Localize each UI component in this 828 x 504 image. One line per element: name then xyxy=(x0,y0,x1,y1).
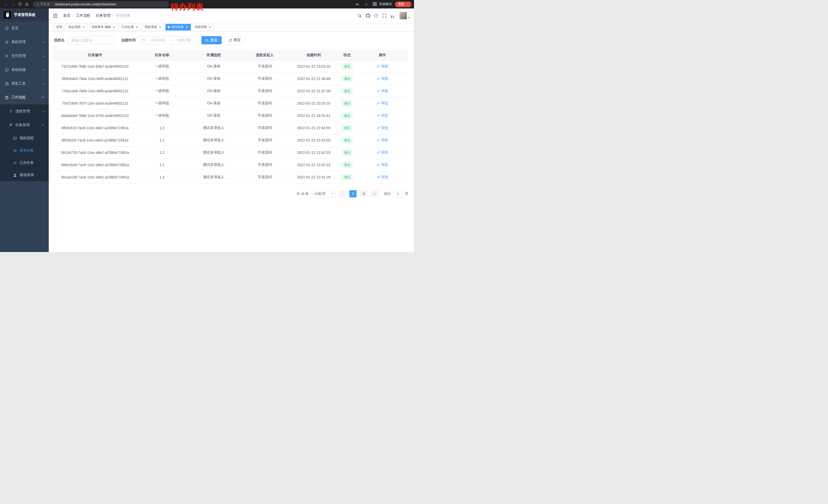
cell-created: 2022-01-21 22:41:29 xyxy=(290,171,337,183)
approve-link[interactable]: 审批 xyxy=(377,89,388,93)
page-button-1[interactable]: 1 xyxy=(349,190,357,197)
font-size-icon[interactable]: TT xyxy=(389,12,396,19)
github-icon[interactable] xyxy=(365,12,371,19)
sidebar-item-done-tasks[interactable]: 已办任务 xyxy=(0,156,49,169)
cell-created: 2022-01-22 20:33:10 xyxy=(290,97,337,109)
close-icon[interactable]: × xyxy=(112,26,116,29)
cell-task-id: 725a1eb6-7b88-11ec-8ef0-acde48001122 xyxy=(54,85,136,97)
page-button-2[interactable]: 2 xyxy=(360,190,367,197)
end-date-placeholder: 结束日期 xyxy=(174,38,195,43)
sidebar-item-todo-tasks[interactable]: 待办任务 xyxy=(0,144,49,156)
cell-created: 2022-01-21 22:42:23 xyxy=(290,146,337,159)
caret-down-icon xyxy=(408,17,410,18)
cell-initiator: 芋道源码 xyxy=(240,134,290,146)
cell-task-id: 8f0d1619-7ac8-11ec-a9e2-a2380e71991a xyxy=(54,122,136,134)
process-name-input[interactable] xyxy=(68,36,115,44)
sidebar-item-home[interactable]: 首页 xyxy=(0,21,49,35)
password-key-icon[interactable] xyxy=(355,2,360,7)
browser-refresh-icon[interactable] xyxy=(16,1,23,8)
tab-form-edit[interactable]: 流程表单-编辑 × xyxy=(89,24,118,31)
tab-start-process[interactable]: 发起流程 × xyxy=(66,24,88,31)
breadcrumb-workflow[interactable]: 工作流程 xyxy=(76,13,90,18)
close-icon[interactable]: × xyxy=(82,26,85,29)
approve-link[interactable]: 审批 xyxy=(377,64,388,69)
chevron-down-icon xyxy=(42,41,45,43)
tab-process-detail[interactable]: 流程详情 × xyxy=(192,24,214,31)
approve-link[interactable]: 审批 xyxy=(377,101,388,106)
app-logo[interactable]: 芋道管理系统 xyxy=(0,8,49,21)
approve-label: 审批 xyxy=(381,175,388,179)
chevron-down-icon xyxy=(42,68,45,71)
breadcrumb-task-mgmt[interactable]: 任务管理 xyxy=(96,13,110,18)
cell-task-id: a6aba0a4-7b6d-11ec-b781-acde48001122 xyxy=(54,109,136,122)
cell-task-name: 一级审批 xyxy=(136,60,188,73)
sidebar-item-task-mgmt[interactable]: 任务管理 xyxy=(0,118,49,132)
tab-home[interactable]: 首页 xyxy=(54,24,65,31)
close-icon[interactable]: × xyxy=(208,26,212,29)
sidebar-item-payment[interactable]: ¥ 支付管理 xyxy=(0,49,49,63)
page-suffix-label: 页 xyxy=(405,191,408,196)
breadcrumb-home[interactable]: 首页 xyxy=(63,13,70,18)
fullscreen-icon[interactable] xyxy=(381,12,387,19)
reset-button[interactable]: 重置 xyxy=(225,36,245,44)
approve-link[interactable]: 审批 xyxy=(377,126,388,130)
approve-label: 审批 xyxy=(381,89,388,93)
browser-forward-icon[interactable]: → xyxy=(9,1,16,8)
tab-label: 发起流程 xyxy=(68,25,81,29)
update-button[interactable]: 更新 ⋮ xyxy=(395,2,411,7)
approve-link[interactable]: 审批 xyxy=(377,175,388,179)
cell-actions: 审批 xyxy=(357,85,408,97)
sidebar-item-process-mgmt[interactable]: 流程管理 xyxy=(0,104,49,118)
search-button[interactable]: 搜索 xyxy=(201,36,222,44)
security-label: 不安全 xyxy=(40,2,50,6)
sidebar-item-leave-query[interactable]: 请假查询 xyxy=(0,169,49,181)
cell-task-name: 1.2 xyxy=(136,171,188,183)
edit-pen-icon xyxy=(377,163,380,166)
sidebar-item-system[interactable]: 系统管理 xyxy=(0,35,49,49)
close-icon[interactable]: × xyxy=(185,26,189,29)
security-status[interactable]: ⚠ 不安全 xyxy=(36,2,50,6)
close-icon[interactable]: × xyxy=(135,26,139,29)
cell-actions: 审批 xyxy=(357,97,408,109)
sidebar-item-infra[interactable]: 基础设施 xyxy=(0,63,49,77)
column-status: 状态 xyxy=(338,50,357,60)
user-menu[interactable] xyxy=(399,12,410,19)
url-text: dashboard.yudao.iocoder.cn/bpm/task/todo xyxy=(55,3,116,6)
goto-page-input[interactable] xyxy=(393,190,403,197)
sidebar-item-devtools[interactable]: 研发工具 xyxy=(0,77,49,91)
sidebar-item-my-process[interactable]: 我的流程 xyxy=(0,132,49,144)
todo-task-table: 任务编号 任务名称 所属流程 流程发起人 创建时间 状态 操作 xyxy=(54,50,408,184)
tab-my-process[interactable]: 我的流程 × xyxy=(142,24,164,31)
help-icon[interactable]: ? xyxy=(373,12,379,19)
approve-link[interactable]: 审批 xyxy=(377,150,388,155)
next-page-button[interactable]: › xyxy=(371,190,378,197)
tab-todo-tasks[interactable]: 待办任务 × xyxy=(165,24,191,31)
browser-back-icon[interactable]: ← xyxy=(3,1,9,8)
flag-icon xyxy=(9,123,13,127)
table-row: 75d72608-7b7f-11ec-a3c8-acde48001122 一级审… xyxy=(54,97,408,109)
update-label: 更新 xyxy=(398,2,405,6)
cell-process: OA 请假 xyxy=(188,97,240,109)
approve-link[interactable]: 审批 xyxy=(377,77,388,81)
approve-link[interactable]: 审批 xyxy=(377,163,388,167)
eye-icon xyxy=(13,148,17,152)
cell-initiator: 芋道源码 xyxy=(240,122,290,134)
avatar[interactable] xyxy=(399,12,407,19)
approve-link[interactable]: 审批 xyxy=(377,138,388,142)
table-body: 73211d9d-7b9b-11ec-b5b7-acde48001122 一级审… xyxy=(54,60,408,183)
close-icon[interactable]: × xyxy=(158,26,162,29)
sidebar-item-workflow[interactable]: 工作流程 xyxy=(0,91,49,104)
tab-done-tasks[interactable]: 已办任务 × xyxy=(119,24,141,31)
page-size-select[interactable]: 10条/页 xyxy=(312,190,336,197)
browser-home-icon[interactable] xyxy=(23,1,30,8)
bookmark-star-icon[interactable]: ☆ xyxy=(364,2,369,7)
date-range-picker[interactable]: 开始日期 - 结束日期 xyxy=(139,36,198,44)
cell-initiator: 芋道源码 xyxy=(240,73,290,85)
prev-page-button[interactable]: ‹ xyxy=(339,190,346,197)
approve-link[interactable]: 审批 xyxy=(377,113,388,118)
sidebar-toggle-icon[interactable] xyxy=(53,13,58,18)
browser-menu-icon[interactable]: ⋮ xyxy=(406,2,409,6)
search-icon[interactable] xyxy=(356,12,363,19)
cell-status: 激活 xyxy=(338,159,357,171)
address-bar[interactable]: ⚠ 不安全 dashboard.yudao.iocoder.cn/bpm/tas… xyxy=(33,1,169,7)
